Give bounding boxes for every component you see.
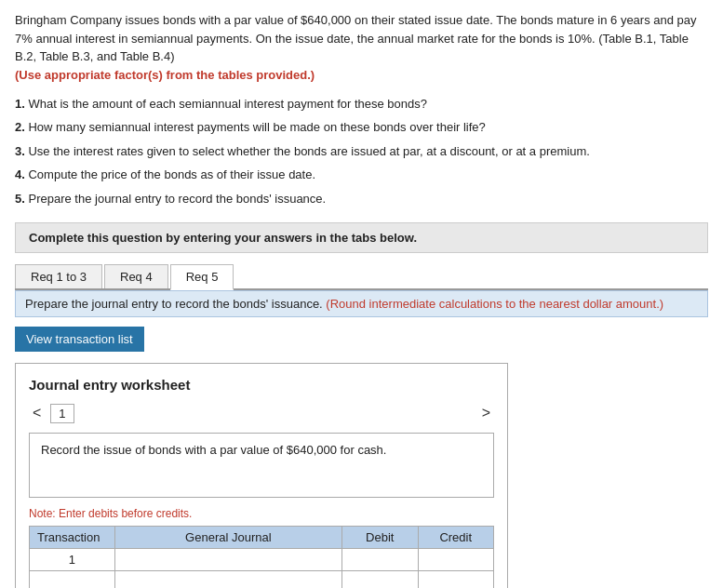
col-header-debit: Debit [342,526,418,548]
transaction-cell: 1 [30,548,115,570]
nav-row: < 1 > [29,404,494,423]
transaction-cell [30,570,115,588]
bold-requirement-text: (Use appropriate factor(s) from the tabl… [15,68,315,82]
record-description: Record the issue of bonds with a par val… [29,433,494,498]
tabs-row: Req 1 to 3 Req 4 Req 5 [15,264,708,290]
table-row: 1 [30,548,494,570]
tab-req5[interactable]: Req 5 [170,264,234,290]
intro-paragraph: Bringham Company issues bonds with a par… [15,11,708,84]
instruction-bar: Prepare the journal entry to record the … [15,290,708,317]
questions-list: 1. What is the amount of each semiannual… [15,93,708,209]
credit-cell[interactable] [418,570,493,588]
complete-box-text: Complete this question by entering your … [29,231,417,245]
debit-cell[interactable] [342,570,418,588]
question-2: 2. How many semiannual interest payments… [15,116,708,138]
question-3: 3. Use the interest rates given to selec… [15,140,708,162]
journal-entry-worksheet: Journal entry worksheet < 1 > Record the… [15,363,508,588]
general-journal-cell[interactable] [114,570,341,588]
intro-text: Bringham Company issues bonds with a par… [15,13,697,63]
nav-left-button[interactable]: < [29,405,45,421]
question-4: 4. Compute the price of the bonds as of … [15,164,708,185]
credit-cell[interactable] [418,548,493,570]
page-number: 1 [50,404,74,423]
question-5: 5. Prepare the journal entry to record t… [15,188,708,209]
tab-req1to3[interactable]: Req 1 to 3 [15,264,102,288]
view-transaction-list-button[interactable]: View transaction list [15,327,144,352]
instruction-main-text: Prepare the journal entry to record the … [25,297,323,311]
complete-box: Complete this question by entering your … [15,222,708,253]
record-text: Record the issue of bonds with a par val… [41,443,386,457]
journal-table: Transaction General Journal Debit Credit… [29,526,494,588]
note-text: Note: Enter debits before credits. [29,507,494,520]
col-header-transaction: Transaction [30,526,115,548]
worksheet-title: Journal entry worksheet [29,377,494,393]
instruction-note-text: (Round intermediate calculations to the … [326,297,663,311]
general-journal-cell[interactable] [114,548,341,570]
tab-req4[interactable]: Req 4 [104,264,168,288]
col-header-general-journal: General Journal [114,526,341,548]
col-header-credit: Credit [418,526,493,548]
question-1: 1. What is the amount of each semiannual… [15,93,708,114]
table-row [30,570,494,588]
nav-right-button[interactable]: > [478,405,494,421]
debit-cell[interactable] [342,548,418,570]
